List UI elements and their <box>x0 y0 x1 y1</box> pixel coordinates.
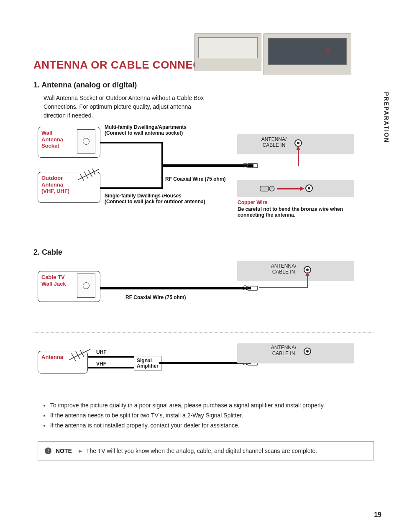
divider <box>33 332 374 332</box>
section1-heading: 1. Antenna (analog or digital) <box>33 81 374 90</box>
note-icon: ! <box>45 448 51 454</box>
coax-port-icon-4 <box>304 348 311 355</box>
single-family-label: Single-family Dwellings /Houses (Connect… <box>105 193 222 205</box>
port-label-2: ANTENNA/ CABLE IN <box>267 263 300 275</box>
multi-family-label: Multi-family Dwellings/Apartments (Conne… <box>105 124 197 136</box>
tv-front-illustration <box>263 33 351 75</box>
antenna-icon-2 <box>65 345 95 362</box>
coax-jack-icon-2 <box>243 284 259 292</box>
svg-line-0 <box>78 169 99 180</box>
wall-socket-icon <box>77 129 95 153</box>
wall-socket-label: Wall Antenna Socket <box>41 130 63 149</box>
svg-line-9 <box>69 349 90 360</box>
tv-back-illustration <box>194 33 261 71</box>
coax-port-icon-2 <box>305 184 313 192</box>
signal-amplifier-box: Signal Amplifier <box>134 356 161 371</box>
cable-wall-socket-icon <box>77 274 95 298</box>
amplifier-diagram: Antenna UHF VHF Signal Amplifier ANTENNA… <box>38 343 374 385</box>
outdoor-antenna-label: Outdoor Antenna (VHF, UHF) <box>41 175 69 194</box>
svg-line-3 <box>88 170 92 177</box>
uhf-label: UHF <box>96 349 107 355</box>
antenna-icon <box>74 165 103 182</box>
antenna-label-3: Antenna <box>41 354 63 360</box>
rf-wire-label-2: RF Coaxial Wire (75 ohm) <box>125 294 186 300</box>
svg-rect-6 <box>260 186 269 191</box>
copper-warning-label: Be careful not to bend the bronze wire w… <box>238 206 359 218</box>
svg-point-7 <box>269 186 274 191</box>
coax-jack-icon <box>243 161 259 170</box>
triangle-icon: ▶ <box>79 448 82 454</box>
coax-plug-icon <box>259 184 276 193</box>
port-label-3: ANTENNA/ CABLE IN <box>267 345 300 357</box>
antenna-diagram: Wall Antenna Socket Outdoor Antenna (VHF… <box>38 127 374 235</box>
cable-diagram: Cable TV Wall Jack RF Coaxial Wire (75 o… <box>38 261 374 315</box>
section1-description: Wall Antenna Socket or Outdoor Antenna w… <box>43 94 211 120</box>
svg-line-12 <box>80 350 84 357</box>
section2-heading: 2. Cable <box>33 248 374 257</box>
svg-rect-5 <box>248 164 258 168</box>
notes-list: To improve the picture quality in a poor… <box>43 402 374 429</box>
cable-jack-label: Cable TV Wall Jack <box>41 274 66 287</box>
port-label-1: ANTENNA/ CABLE IN <box>257 137 291 148</box>
side-tab-preparation: PREPARATION <box>383 92 390 143</box>
bullet-2: If the antenna needs to be split for two… <box>43 412 374 419</box>
rf-wire-label: RF Coaxial Wire (75 ohm) <box>165 176 226 182</box>
note-text: The TV will let you know when the analog… <box>86 448 317 454</box>
bullet-1: To improve the picture quality in a poor… <box>43 402 374 409</box>
svg-rect-8 <box>248 286 258 290</box>
note-box: ! NOTE ▶ The TV will let you know when t… <box>38 441 374 460</box>
page-number: 19 <box>374 511 381 519</box>
vhf-label: VHF <box>96 361 106 367</box>
bullet-3: If the antenna is not installed properly… <box>43 422 374 429</box>
copper-wire-label: Copper Wire <box>238 200 267 205</box>
note-label: NOTE <box>56 448 72 454</box>
svg-line-4 <box>92 169 95 175</box>
